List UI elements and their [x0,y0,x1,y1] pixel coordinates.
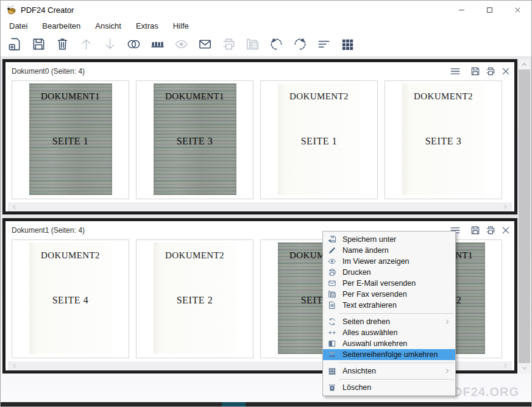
join-documents-button[interactable] [123,34,144,55]
print-icon [328,268,336,277]
context-menu-item[interactable]: Seiten drehen [323,316,455,327]
rotate-right-button[interactable] [289,34,310,55]
reverse-order-icon [328,350,336,359]
page-thumbnails: DOKUMENT1SEITE 1DOKUMENT1SEITE 3DOKUMENT… [5,80,514,199]
delete-icon [328,383,336,392]
sort-button[interactable] [313,34,334,55]
email-icon [198,37,212,51]
bottom-edge [1,402,531,406]
minimize-button[interactable] [447,1,475,19]
context-menu-item[interactable]: Alles auswählen [323,327,455,338]
split-pages-button[interactable] [147,34,168,55]
page-doc-title: DOKUMENT1 [29,91,112,102]
context-menu-item[interactable]: Im Viewer anzeigen [323,256,455,267]
menubar-item-extras[interactable]: Extras [129,20,166,32]
panel-print-button[interactable] [486,225,495,235]
maximize-button[interactable] [475,1,503,19]
trash-icon [55,37,69,51]
scroll-down-button[interactable] [519,363,530,373]
sort-icon [317,37,331,51]
views-button[interactable] [337,34,358,55]
toolbar [1,32,531,57]
grid-view-icon [341,37,355,51]
scroll-left-icon[interactable] [11,363,18,369]
close-button[interactable] [503,1,531,19]
context-menu-item[interactable]: Name ändern [323,245,455,256]
panel-close-button[interactable] [501,66,511,76]
page-thumbnail[interactable]: DOKUMENT2SEITE 3 [385,80,502,199]
page-number-label: SEITE 2 [154,295,236,306]
new-document-icon [8,37,22,51]
menubar-item-hilfe[interactable]: Hilfe [166,20,196,32]
context-menu-label: Seitenreihenfolge umkehren [342,350,438,359]
context-menu-label: Ansichten [342,367,376,375]
delete-button[interactable] [52,34,73,55]
scroll-right-icon[interactable] [502,203,509,210]
chevron-up-icon [521,61,528,68]
arrow-up-icon [79,37,93,51]
page-preview: DOKUMENT1SEITE 3 [154,83,236,195]
panel-close-button[interactable] [501,225,511,235]
email-icon [328,279,336,288]
rotate-left-button[interactable] [266,34,286,55]
page-thumbnail[interactable]: DOKUMENT2SEITE 4 [12,239,129,358]
panel-save-button[interactable] [470,225,480,235]
context-menu-item[interactable]: Auswahl umkehren [323,338,455,349]
invert-selection-icon [328,339,336,348]
page-number-label: SEITE 1 [29,136,112,147]
context-menu-item[interactable]: Ansichten [323,366,455,377]
rotate-right-icon [293,37,307,51]
menubar-item-ansicht[interactable]: Ansicht [88,20,129,32]
page-thumbnail[interactable]: DOKUMENT1SEITE 3 [136,80,254,199]
page-thumbnail[interactable]: DOKUMENT2SEITE 2 [136,239,254,358]
page-doc-title: DOKUMENT1 [154,91,236,102]
context-menu-item[interactable]: Speichern unter [323,234,455,245]
vertical-scrollbar[interactable] [519,59,530,373]
panel-header: Dokument0 (Seiten: 4) [5,62,514,80]
panel-save-button[interactable] [470,66,480,76]
new-document-button[interactable] [4,34,25,55]
page-preview: DOKUMENT2SEITE 4 [29,242,112,354]
context-menu-item[interactable]: Seitenreihenfolge umkehren [323,349,455,360]
context-menu-label: Löschen [342,383,371,392]
menubar-item-bearbeiten[interactable]: Bearbeiten [35,20,88,32]
extract-text-icon [328,301,336,310]
scroll-left-icon[interactable] [11,203,18,210]
fax-icon [246,37,260,51]
context-menu-item[interactable]: Per Fax versenden [323,289,455,300]
chevron-down-icon [521,365,528,372]
context-menu-item[interactable]: Per E-Mail versenden [323,278,455,289]
context-menu-label: Auswahl umkehren [342,339,407,348]
scroll-up-button[interactable] [519,59,530,69]
context-menu-label: Seiten drehen [342,317,390,326]
page-number-label: SEITE 4 [29,295,112,306]
page-thumbnail[interactable]: DOKUMENT2SEITE 1 [260,80,378,199]
window-title: PDF24 Creator [21,5,74,15]
context-menu-label: Speichern unter [342,235,396,244]
page-preview: DOKUMENT2SEITE 2 [154,242,236,354]
email-button[interactable] [194,34,215,55]
scroll-right-icon[interactable] [502,363,509,369]
minimize-icon [458,6,466,14]
print-button [218,34,239,55]
context-menu-item[interactable]: Text extrahieren [323,300,455,311]
context-menu-item[interactable]: Drucken [323,267,455,278]
horizontal-scrollbar[interactable] [8,202,512,211]
panel-title: Dokument1 (Seiten: 4) [12,226,85,235]
panel-menu-button[interactable] [450,66,461,77]
merge-icon [127,37,141,51]
move-down-button [99,34,120,55]
fax-button [242,34,263,55]
context-menu-item[interactable]: Löschen [323,382,455,393]
page-preview: DOKUMENT2SEITE 1 [278,83,361,195]
context-menu: Speichern unterName ändernIm Viewer anze… [322,231,456,396]
menubar-item-datei[interactable]: Datei [2,20,35,32]
context-menu-label: Per Fax versenden [342,290,407,299]
page-number-label: SEITE 1 [278,136,361,147]
page-thumbnail[interactable]: DOKUMENT1SEITE 1 [12,80,129,199]
context-menu-label: Drucken [342,268,371,277]
panel-print-button[interactable] [486,66,495,76]
vertical-scrollbar-thumb[interactable] [519,69,530,363]
save-button[interactable] [28,34,49,55]
move-up-button [76,34,96,55]
